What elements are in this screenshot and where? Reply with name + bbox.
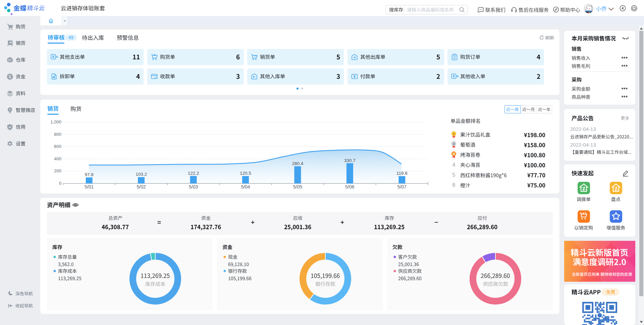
svg-text:3: 3	[453, 152, 454, 156]
svg-text:1: 1	[453, 132, 455, 136]
svg-text:2: 2	[453, 142, 454, 146]
